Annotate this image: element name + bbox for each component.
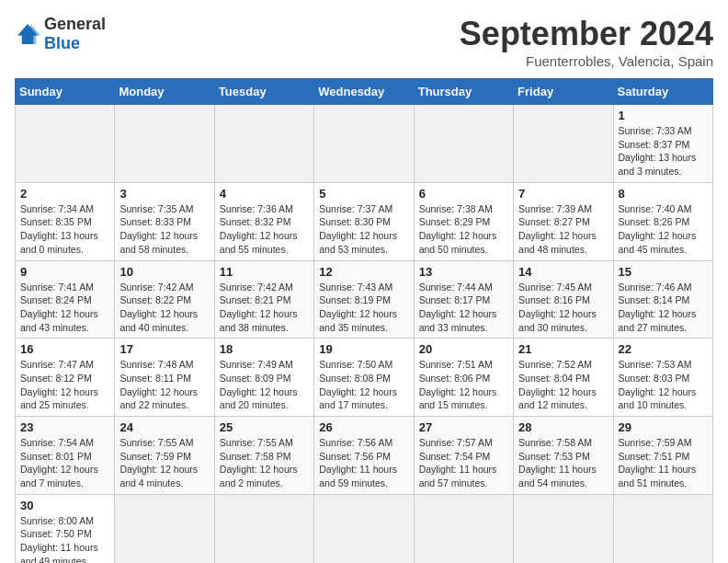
calendar-day-cell: 12 Sunrise: 7:43 AM Sunset: 8:19 PM Dayl… [314,260,414,339]
day-number: 1 [619,109,708,122]
calendar-day-cell [115,494,214,563]
calendar-day-cell: 15 Sunrise: 7:46 AM Sunset: 8:14 PM Dayl… [613,260,712,339]
day-number: 12 [319,265,408,279]
day-number: 5 [319,187,408,201]
day-info: Sunrise: 8:00 AM Sunset: 7:50 PM Dayligh… [20,514,109,563]
day-number: 16 [20,342,109,356]
day-number: 4 [220,187,309,201]
day-info: Sunrise: 7:59 AM Sunset: 7:51 PM Dayligh… [619,436,708,490]
calendar-day-cell: 18 Sunrise: 7:49 AM Sunset: 8:09 PM Dayl… [214,339,313,417]
day-info: Sunrise: 7:44 AM Sunset: 8:17 PM Dayligh… [419,281,508,335]
calendar-day-cell: 7 Sunrise: 7:39 AM Sunset: 8:27 PM Dayli… [514,182,613,260]
title-area: September 2024 Fuenterrobles, Valencia, … [460,15,713,69]
calendar-day-cell: 23 Sunrise: 7:54 AM Sunset: 8:01 PM Dayl… [16,417,115,495]
calendar-day-cell: 26 Sunrise: 7:56 AM Sunset: 7:56 PM Dayl… [314,417,414,495]
day-number: 24 [119,420,209,434]
calendar-day-cell: 28 Sunrise: 7:58 AM Sunset: 7:53 PM Dayl… [514,417,613,495]
calendar-day-cell: 21 Sunrise: 7:52 AM Sunset: 8:04 PM Dayl… [514,339,613,417]
day-info: Sunrise: 7:36 AM Sunset: 8:32 PM Dayligh… [220,202,309,257]
header-monday: Monday [115,79,214,105]
day-info: Sunrise: 7:56 AM Sunset: 7:56 PM Dayligh… [319,436,408,490]
calendar-day-cell: 20 Sunrise: 7:51 AM Sunset: 8:06 PM Dayl… [414,339,513,417]
calendar-day-cell: 14 Sunrise: 7:45 AM Sunset: 8:16 PM Dayl… [514,260,613,339]
day-number: 6 [419,187,508,201]
day-number: 14 [518,265,608,279]
header-friday: Friday [514,79,613,105]
day-number: 27 [419,420,508,434]
day-number: 19 [319,342,408,356]
day-info: Sunrise: 7:53 AM Sunset: 8:03 PM Dayligh… [619,358,708,412]
calendar-day-cell: 29 Sunrise: 7:59 AM Sunset: 7:51 PM Dayl… [613,417,712,495]
calendar-day-cell: 27 Sunrise: 7:57 AM Sunset: 7:54 PM Dayl… [414,417,513,495]
day-number: 8 [619,187,708,201]
day-info: Sunrise: 7:54 AM Sunset: 8:01 PM Dayligh… [20,436,109,490]
calendar-day-cell [414,494,513,563]
location: Fuenterrobles, Valencia, Spain [460,53,713,69]
day-info: Sunrise: 7:43 AM Sunset: 8:19 PM Dayligh… [319,281,408,335]
calendar-day-cell: 4 Sunrise: 7:36 AM Sunset: 8:32 PM Dayli… [214,182,313,260]
calendar-day-cell [115,105,214,183]
calendar-day-cell: 25 Sunrise: 7:55 AM Sunset: 7:58 PM Dayl… [214,417,313,495]
header-thursday: Thursday [414,79,513,105]
calendar-day-cell [314,494,414,563]
calendar-day-cell: 10 Sunrise: 7:42 AM Sunset: 8:22 PM Dayl… [115,260,214,339]
day-number: 22 [619,342,708,356]
day-info: Sunrise: 7:39 AM Sunset: 8:27 PM Dayligh… [518,202,608,257]
weekday-header-row: Sunday Monday Tuesday Wednesday Thursday… [16,79,713,105]
logo-wordmark: General Blue [44,15,106,53]
calendar-day-cell: 3 Sunrise: 7:35 AM Sunset: 8:33 PM Dayli… [115,182,214,260]
day-number: 2 [20,187,109,201]
calendar-day-cell [214,494,313,563]
day-info: Sunrise: 7:41 AM Sunset: 8:24 PM Dayligh… [20,281,109,335]
day-info: Sunrise: 7:33 AM Sunset: 8:37 PM Dayligh… [619,124,708,178]
calendar-day-cell [613,494,712,563]
day-info: Sunrise: 7:47 AM Sunset: 8:12 PM Dayligh… [20,358,109,412]
calendar-day-cell: 9 Sunrise: 7:41 AM Sunset: 8:24 PM Dayli… [16,260,115,339]
calendar-day-cell: 6 Sunrise: 7:38 AM Sunset: 8:29 PM Dayli… [414,182,513,260]
calendar-day-cell: 11 Sunrise: 7:42 AM Sunset: 8:21 PM Dayl… [214,260,313,339]
logo: General Blue [15,15,106,53]
calendar-day-cell: 16 Sunrise: 7:47 AM Sunset: 8:12 PM Dayl… [16,339,115,417]
day-number: 30 [20,499,109,512]
calendar-day-cell: 2 Sunrise: 7:34 AM Sunset: 8:35 PM Dayli… [16,182,115,260]
day-number: 29 [619,420,708,434]
day-info: Sunrise: 7:42 AM Sunset: 8:22 PM Dayligh… [119,281,209,335]
logo-icon [15,21,40,47]
calendar-day-cell [514,105,613,183]
day-number: 21 [518,342,608,356]
calendar-day-cell [514,494,613,563]
day-info: Sunrise: 7:40 AM Sunset: 8:26 PM Dayligh… [619,202,708,257]
calendar-day-cell: 17 Sunrise: 7:48 AM Sunset: 8:11 PM Dayl… [115,339,214,417]
day-number: 3 [119,187,209,201]
page-header: General Blue September 2024 Fuenterroble… [15,15,713,69]
day-info: Sunrise: 7:57 AM Sunset: 7:54 PM Dayligh… [419,436,508,490]
calendar-day-cell: 22 Sunrise: 7:53 AM Sunset: 8:03 PM Dayl… [613,339,712,417]
calendar-week-row: 9 Sunrise: 7:41 AM Sunset: 8:24 PM Dayli… [16,260,713,339]
day-info: Sunrise: 7:51 AM Sunset: 8:06 PM Dayligh… [419,358,508,412]
day-number: 7 [518,187,608,201]
day-info: Sunrise: 7:48 AM Sunset: 8:11 PM Dayligh… [119,358,209,412]
day-number: 11 [220,265,309,279]
day-info: Sunrise: 7:38 AM Sunset: 8:29 PM Dayligh… [419,202,508,257]
calendar-day-cell: 30 Sunrise: 8:00 AM Sunset: 7:50 PM Dayl… [16,494,115,563]
day-info: Sunrise: 7:55 AM Sunset: 7:59 PM Dayligh… [119,436,209,490]
calendar-day-cell: 24 Sunrise: 7:55 AM Sunset: 7:59 PM Dayl… [115,417,214,495]
calendar-day-cell: 13 Sunrise: 7:44 AM Sunset: 8:17 PM Dayl… [414,260,513,339]
day-number: 25 [220,420,309,434]
calendar-day-cell: 1 Sunrise: 7:33 AM Sunset: 8:37 PM Dayli… [613,105,712,183]
day-info: Sunrise: 7:42 AM Sunset: 8:21 PM Dayligh… [220,281,309,335]
header-tuesday: Tuesday [214,79,313,105]
logo-general: General [44,15,106,33]
calendar-table: Sunday Monday Tuesday Wednesday Thursday… [15,78,713,563]
day-number: 9 [20,265,109,279]
calendar-week-row: 23 Sunrise: 7:54 AM Sunset: 8:01 PM Dayl… [16,417,713,495]
calendar-week-row: 16 Sunrise: 7:47 AM Sunset: 8:12 PM Dayl… [16,339,713,417]
calendar-day-cell [414,105,513,183]
day-number: 18 [220,342,309,356]
day-info: Sunrise: 7:49 AM Sunset: 8:09 PM Dayligh… [220,358,309,412]
day-info: Sunrise: 7:52 AM Sunset: 8:04 PM Dayligh… [518,358,608,412]
calendar-day-cell: 19 Sunrise: 7:50 AM Sunset: 8:08 PM Dayl… [314,339,414,417]
day-info: Sunrise: 7:55 AM Sunset: 7:58 PM Dayligh… [220,436,309,490]
day-info: Sunrise: 7:34 AM Sunset: 8:35 PM Dayligh… [20,202,109,257]
day-number: 20 [419,342,508,356]
